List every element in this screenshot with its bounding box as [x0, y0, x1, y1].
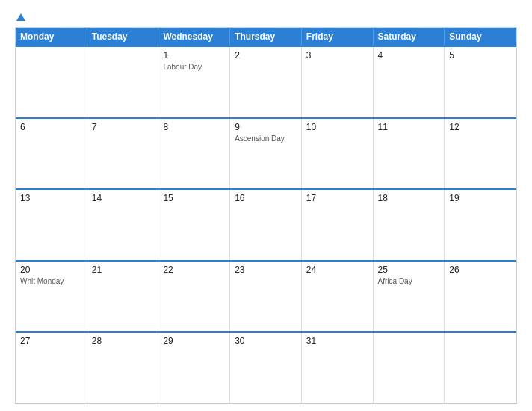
- cal-cell: 7: [87, 119, 159, 189]
- cell-date: 9: [235, 122, 297, 132]
- cal-cell: 22: [158, 262, 230, 332]
- cell-date: 15: [163, 193, 225, 203]
- cal-cell: 13: [16, 190, 87, 260]
- calendar-body: 1Labour Day23456789Ascension Day10111213…: [16, 46, 516, 403]
- cell-date: 2: [235, 50, 297, 61]
- cell-event: Whit Monday: [20, 276, 82, 286]
- week-row-3: 13141516171819: [16, 188, 516, 260]
- cell-date: 10: [306, 122, 368, 132]
- cal-cell: 25Africa Day: [374, 262, 445, 332]
- header-day-thursday: Thursday: [230, 28, 302, 46]
- cell-date: 14: [92, 193, 154, 203]
- cell-date: 31: [306, 336, 368, 346]
- cal-cell: [374, 333, 445, 403]
- cell-event: Labour Day: [163, 62, 225, 72]
- header-day-monday: Monday: [16, 28, 87, 46]
- cell-date: 28: [92, 336, 154, 346]
- cell-date: 5: [449, 50, 512, 61]
- header-day-tuesday: Tuesday: [87, 28, 159, 46]
- cal-cell: 15: [158, 190, 230, 260]
- cell-date: 19: [449, 193, 512, 203]
- week-row-2: 6789Ascension Day101112: [16, 117, 516, 189]
- cell-date: 18: [378, 193, 440, 203]
- cal-cell: 6: [16, 119, 87, 189]
- cal-cell: 2: [230, 47, 302, 117]
- logo: [15, 13, 25, 21]
- cell-date: 21: [92, 265, 154, 275]
- cal-cell: 29: [158, 333, 230, 403]
- cell-date: 30: [235, 336, 297, 346]
- cell-date: 8: [163, 122, 225, 132]
- cal-cell: 12: [445, 119, 516, 189]
- cell-date: 17: [306, 193, 368, 203]
- cal-cell: 4: [374, 47, 445, 117]
- page: MondayTuesdayWednesdayThursdayFridaySatu…: [0, 0, 532, 411]
- week-row-5: 2728293031: [16, 331, 516, 403]
- top-bar: [15, 13, 517, 21]
- cal-cell: 28: [87, 333, 159, 403]
- cal-cell: 11: [374, 119, 445, 189]
- cell-event: Ascension Day: [235, 134, 297, 143]
- cal-cell: 30: [230, 333, 302, 403]
- calendar: MondayTuesdayWednesdayThursdayFridaySatu…: [15, 27, 517, 404]
- calendar-header: MondayTuesdayWednesdayThursdayFridaySatu…: [16, 28, 516, 46]
- cell-date: 1: [163, 50, 225, 61]
- week-row-4: 20Whit Monday2122232425Africa Day26: [16, 260, 516, 332]
- cal-cell: 8: [158, 119, 230, 189]
- header-day-friday: Friday: [302, 28, 374, 46]
- cell-date: 22: [163, 265, 225, 275]
- cal-cell: 26: [445, 262, 516, 332]
- cal-cell: 18: [374, 190, 445, 260]
- header-day-sunday: Sunday: [445, 28, 516, 46]
- cal-cell: [16, 47, 87, 117]
- cal-cell: 5: [445, 47, 516, 117]
- cal-cell: 10: [302, 119, 374, 189]
- cell-date: 16: [235, 193, 297, 203]
- cell-date: 7: [92, 122, 154, 132]
- cal-cell: 9Ascension Day: [230, 119, 302, 189]
- cell-date: 4: [378, 50, 440, 61]
- cal-cell: 14: [87, 190, 159, 260]
- cal-cell: 23: [230, 262, 302, 332]
- cell-date: 20: [20, 265, 82, 275]
- cell-date: 3: [306, 50, 368, 61]
- cal-cell: 3: [302, 47, 374, 117]
- cell-date: 6: [20, 122, 82, 132]
- cell-date: 24: [306, 265, 368, 275]
- header-day-saturday: Saturday: [374, 28, 445, 46]
- cal-cell: 21: [87, 262, 159, 332]
- cell-date: 27: [20, 336, 82, 346]
- cal-cell: 1Labour Day: [158, 47, 230, 117]
- cal-cell: 27: [16, 333, 87, 403]
- cell-date: 26: [449, 265, 512, 275]
- cell-date: 29: [163, 336, 225, 346]
- cal-cell: 16: [230, 190, 302, 260]
- cal-cell: 31: [302, 333, 374, 403]
- cal-cell: [87, 47, 159, 117]
- cal-cell: 17: [302, 190, 374, 260]
- cal-cell: [445, 333, 516, 403]
- week-row-1: 1Labour Day2345: [16, 46, 516, 117]
- cell-event: Africa Day: [378, 276, 440, 286]
- header-day-wednesday: Wednesday: [158, 28, 230, 46]
- cell-date: 11: [378, 122, 440, 132]
- cal-cell: 19: [445, 190, 516, 260]
- logo-triangle-icon: [16, 13, 25, 21]
- cal-cell: 20Whit Monday: [16, 262, 87, 332]
- cell-date: 12: [449, 122, 512, 132]
- cell-date: 13: [20, 193, 82, 203]
- cal-cell: 24: [302, 262, 374, 332]
- cell-date: 25: [378, 265, 440, 275]
- cell-date: 23: [235, 265, 297, 275]
